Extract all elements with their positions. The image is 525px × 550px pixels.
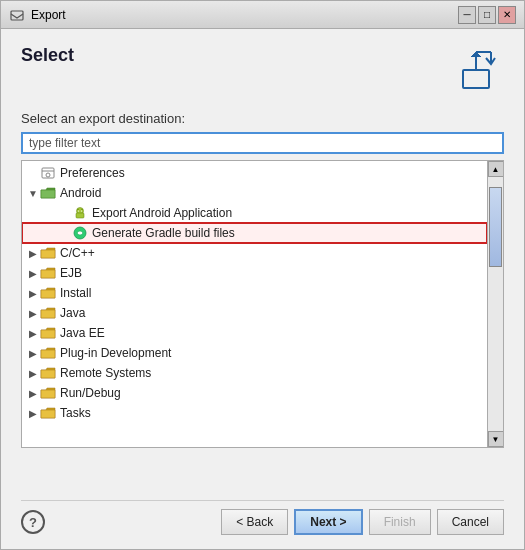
- plugin-dev-folder-icon: [40, 345, 56, 361]
- expand-ejb: ▶: [26, 266, 40, 280]
- tree-item-ejb-label: EJB: [60, 266, 82, 280]
- tree-container: Preferences ▼ Android: [21, 160, 504, 448]
- export-dialog: Export ─ □ ✕ Select: [0, 0, 525, 550]
- expand-plugin-dev: ▶: [26, 346, 40, 360]
- expand-install: ▶: [26, 286, 40, 300]
- tree-content[interactable]: Preferences ▼ Android: [22, 161, 487, 447]
- expand-cpp: ▶: [26, 246, 40, 260]
- tree-item-java[interactable]: ▶ Java: [22, 303, 487, 323]
- gradle-icon: [72, 225, 88, 241]
- page-title: Select: [21, 45, 74, 66]
- section-label: Select an export destination:: [21, 111, 504, 126]
- tree-scrollbar[interactable]: ▲ ▼: [487, 161, 503, 447]
- tree-item-generate-gradle[interactable]: Generate Gradle build files: [22, 223, 487, 243]
- expand-java-ee: ▶: [26, 326, 40, 340]
- tree-item-android-label: Android: [60, 186, 101, 200]
- tree-item-install-label: Install: [60, 286, 91, 300]
- tree-item-install[interactable]: ▶ Install: [22, 283, 487, 303]
- tree-item-tasks-label: Tasks: [60, 406, 91, 420]
- tree-item-preferences[interactable]: Preferences: [22, 163, 487, 183]
- tree-item-remote-systems[interactable]: ▶ Remote Systems: [22, 363, 487, 383]
- install-folder-icon: [40, 285, 56, 301]
- expand-gradle: [58, 226, 72, 240]
- tree-item-run-debug-label: Run/Debug: [60, 386, 121, 400]
- title-bar: Export ─ □ ✕: [1, 1, 524, 29]
- svg-rect-1: [463, 70, 489, 88]
- ejb-folder-icon: [40, 265, 56, 281]
- expand-android: ▼: [26, 186, 40, 200]
- tree-item-generate-gradle-label: Generate Gradle build files: [92, 226, 235, 240]
- preferences-icon: [40, 165, 56, 181]
- tree-item-java-label: Java: [60, 306, 85, 320]
- java-folder-icon: [40, 305, 56, 321]
- expand-preferences: [26, 166, 40, 180]
- window-title: Export: [31, 8, 66, 22]
- expand-run-debug: ▶: [26, 386, 40, 400]
- tree-item-remote-systems-label: Remote Systems: [60, 366, 151, 380]
- svg-point-11: [78, 210, 79, 211]
- tree-item-export-android-label: Export Android Application: [92, 206, 232, 220]
- nav-buttons: < Back Next > Finish Cancel: [221, 509, 504, 535]
- tree-item-plugin-dev-label: Plug-in Development: [60, 346, 171, 360]
- spacer: [21, 456, 504, 496]
- tree-item-export-android[interactable]: Export Android Application: [22, 203, 487, 223]
- svg-point-6: [46, 173, 50, 177]
- title-bar-left: Export: [9, 7, 66, 23]
- tree-item-android[interactable]: ▼ Android: [22, 183, 487, 203]
- tasks-folder-icon: [40, 405, 56, 421]
- tree-item-preferences-label: Preferences: [60, 166, 125, 180]
- back-button[interactable]: < Back: [221, 509, 288, 535]
- window-icon: [9, 7, 25, 23]
- svg-point-12: [81, 210, 82, 211]
- tree-item-plugin-dev[interactable]: ▶ Plug-in Development: [22, 343, 487, 363]
- cpp-folder-icon: [40, 245, 56, 261]
- help-area: ?: [21, 510, 45, 534]
- next-button[interactable]: Next >: [294, 509, 362, 535]
- tree-item-tasks[interactable]: ▶ Tasks: [22, 403, 487, 423]
- remote-systems-folder-icon: [40, 365, 56, 381]
- android-folder-icon: [40, 185, 56, 201]
- export-icon: [454, 45, 504, 95]
- help-button[interactable]: ?: [21, 510, 45, 534]
- close-button[interactable]: ✕: [498, 6, 516, 24]
- tree-item-java-ee-label: Java EE: [60, 326, 105, 340]
- bottom-area: ? < Back Next > Finish Cancel: [21, 448, 504, 539]
- tree-item-ejb[interactable]: ▶ EJB: [22, 263, 487, 283]
- scroll-thumb[interactable]: [489, 187, 502, 267]
- expand-tasks: ▶: [26, 406, 40, 420]
- svg-rect-8: [76, 213, 84, 218]
- android-app-icon: [72, 205, 88, 221]
- cancel-button[interactable]: Cancel: [437, 509, 504, 535]
- expand-remote-systems: ▶: [26, 366, 40, 380]
- minimize-button[interactable]: ─: [458, 6, 476, 24]
- page-header: Select: [21, 45, 504, 95]
- scroll-down-button[interactable]: ▼: [488, 431, 504, 447]
- expand-java: ▶: [26, 306, 40, 320]
- scroll-track[interactable]: [488, 177, 503, 431]
- title-controls: ─ □ ✕: [458, 6, 516, 24]
- java-ee-folder-icon: [40, 325, 56, 341]
- dialog-content: Select Select an export destination:: [1, 29, 524, 549]
- tree-item-cpp-label: C/C++: [60, 246, 95, 260]
- filter-input[interactable]: [21, 132, 504, 154]
- tree-item-run-debug[interactable]: ▶ Run/Debug: [22, 383, 487, 403]
- run-debug-folder-icon: [40, 385, 56, 401]
- button-bar: ? < Back Next > Finish Cancel: [21, 500, 504, 539]
- tree-item-java-ee[interactable]: ▶ Java EE: [22, 323, 487, 343]
- scroll-up-button[interactable]: ▲: [488, 161, 504, 177]
- tree-item-cpp[interactable]: ▶ C/C++: [22, 243, 487, 263]
- finish-button[interactable]: Finish: [369, 509, 431, 535]
- expand-export-android: [58, 206, 72, 220]
- restore-button[interactable]: □: [478, 6, 496, 24]
